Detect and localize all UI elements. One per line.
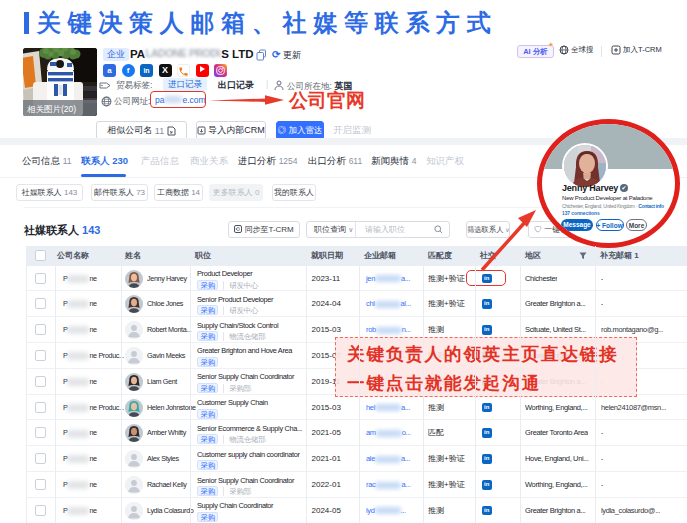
svg-text:相关图片(20): 相关图片(20) — [27, 104, 76, 114]
